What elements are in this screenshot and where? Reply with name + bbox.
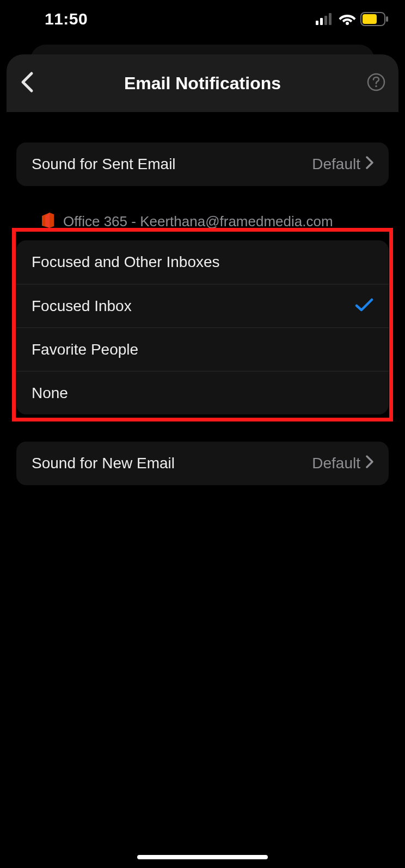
svg-rect-1	[320, 18, 323, 25]
back-button[interactable]	[20, 71, 35, 95]
sound-new-group: Sound for New Email Default	[16, 442, 389, 485]
help-button[interactable]	[367, 73, 385, 94]
sheet-header: Email Notifications	[7, 54, 398, 112]
option-favorite-people-label: Favorite People	[32, 341, 138, 358]
checkmark-icon	[355, 298, 373, 314]
svg-rect-2	[324, 16, 327, 25]
sound-new-row[interactable]: Sound for New Email Default	[16, 442, 389, 485]
notification-options-group: Focused and Other Inboxes Focused Inbox …	[16, 240, 389, 414]
account-section-header: Office 365 - Keerthana@framedmedia.com	[16, 186, 389, 240]
status-bar: 11:50	[0, 0, 405, 38]
svg-rect-3	[329, 13, 332, 25]
account-label: Office 365 - Keerthana@framedmedia.com	[63, 213, 333, 230]
option-favorite-people[interactable]: Favorite People	[16, 327, 389, 371]
option-none[interactable]: None	[16, 371, 389, 414]
option-focused-inbox[interactable]: Focused Inbox	[16, 284, 389, 327]
office-icon	[40, 212, 54, 231]
sound-new-label: Sound for New Email	[32, 455, 175, 472]
option-focused-and-other[interactable]: Focused and Other Inboxes	[16, 240, 389, 284]
chevron-right-icon	[366, 455, 373, 472]
sound-new-value: Default	[312, 455, 373, 472]
svg-rect-7	[386, 16, 388, 22]
svg-rect-0	[316, 21, 318, 25]
wifi-icon	[339, 13, 356, 26]
option-focused-inbox-label: Focused Inbox	[32, 297, 132, 315]
status-time: 11:50	[45, 10, 88, 28]
option-none-label: None	[32, 385, 68, 402]
page-title: Email Notifications	[124, 73, 281, 94]
option-focused-and-other-label: Focused and Other Inboxes	[32, 253, 220, 271]
status-icons	[316, 12, 389, 26]
sound-sent-group: Sound for Sent Email Default	[16, 142, 389, 186]
svg-point-9	[375, 85, 377, 88]
svg-rect-6	[363, 14, 377, 24]
sound-sent-row[interactable]: Sound for Sent Email Default	[16, 142, 389, 186]
chevron-right-icon	[366, 156, 373, 173]
svg-point-4	[346, 22, 349, 25]
sheet: Email Notifications Sound for Sent Email…	[7, 54, 398, 868]
cellular-icon	[316, 13, 334, 25]
sound-sent-label: Sound for Sent Email	[32, 156, 176, 173]
sound-sent-value: Default	[312, 156, 373, 173]
battery-icon	[360, 12, 389, 26]
home-indicator	[137, 855, 268, 859]
